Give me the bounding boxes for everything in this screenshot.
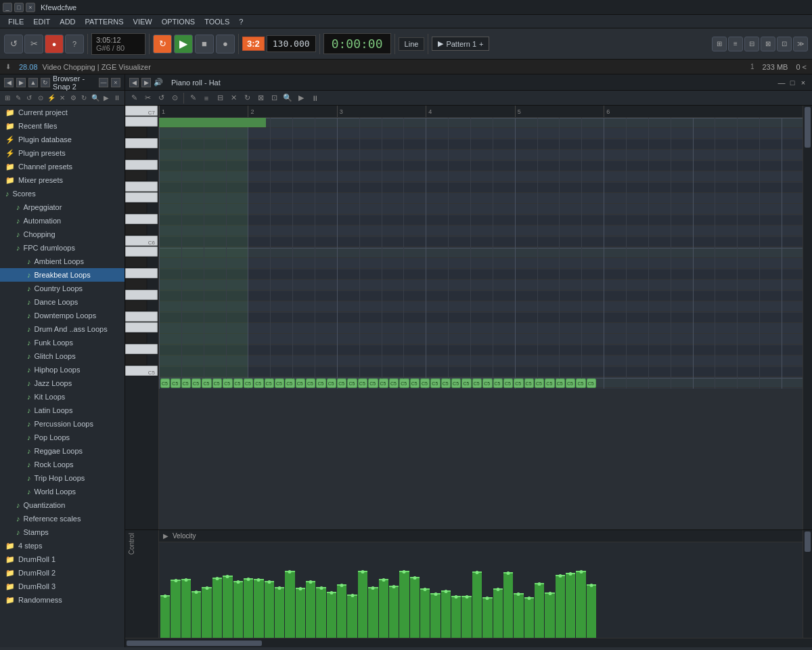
note-block-37[interactable]: C5 — [545, 378, 554, 388]
note-block-40[interactable]: C5 — [576, 378, 585, 388]
piano-roll-close-btn[interactable]: × — [798, 78, 808, 87]
tree-item-4-steps[interactable]: 📁 4 steps — [0, 539, 125, 552]
note-block-41[interactable]: C5 — [587, 378, 596, 388]
redo-button[interactable]: ✂ — [24, 35, 43, 53]
note-block-28[interactable]: C5 — [451, 378, 461, 388]
tree-item-glitch-loops[interactable]: ♪ Glitch Loops — [0, 349, 125, 363]
right-scrollbar[interactable] — [803, 106, 812, 529]
tree-item-current-project[interactable]: 📁 Current project — [0, 106, 125, 119]
pr-tool-9[interactable]: ↻ — [241, 92, 253, 104]
tree-item-funk-loops[interactable]: ♪ Funk Loops — [0, 336, 125, 349]
icon-btn-4[interactable]: ⊠ — [761, 37, 775, 51]
tree-item-mixer-presets[interactable]: 📁 Mixer presets — [0, 173, 125, 187]
note-block-11[interactable]: C5 — [275, 378, 284, 388]
browser-tool-2[interactable]: ✎ — [14, 93, 23, 104]
tree-item-reggae-loops[interactable]: ♪ Reggae Loops — [0, 444, 125, 458]
note-grid[interactable]: C5C5C5C5C5C5C5C5C5C5C5C5C5C5C5C5C5C5C5C5… — [159, 118, 803, 389]
browser-tool-4[interactable]: ⊙ — [36, 93, 45, 104]
tree-item-ambient-loops[interactable]: ♪ Ambient Loops — [0, 255, 125, 268]
tree-item-drumroll-3[interactable]: 📁 DrumRoll 3 — [0, 580, 125, 593]
tree-item-randomness[interactable]: 📁 Randomness — [0, 593, 125, 607]
pr-tool-12[interactable]: 🔍 — [281, 92, 294, 104]
line-mode[interactable]: Line — [399, 37, 425, 51]
tree-item-arpeggiator[interactable]: ♪ Arpeggiator — [0, 200, 125, 214]
tree-item-recent-files[interactable]: 📁 Recent files — [0, 119, 125, 133]
velocity-scrollbar[interactable] — [803, 530, 812, 638]
browser-tool-9[interactable]: 🔍 — [91, 93, 100, 104]
note-block-19[interactable]: C5 — [358, 378, 367, 388]
note-block-26[interactable]: C5 — [430, 378, 440, 388]
icon-btn-1[interactable]: ⊞ — [712, 37, 727, 51]
stop-button[interactable]: ■ — [195, 35, 214, 53]
tree-item-latin-loops[interactable]: ♪ Latin Loops — [0, 404, 125, 417]
note-block-38[interactable]: C5 — [556, 378, 565, 388]
help-button[interactable]: ? — [65, 35, 84, 53]
tree-item-world-loops[interactable]: ♪ World Loops — [0, 485, 125, 498]
note-block-21[interactable]: C5 — [379, 378, 388, 388]
tree-item-drumroll-2[interactable]: 📁 DrumRoll 2 — [0, 566, 125, 580]
note-block-30[interactable]: C5 — [472, 378, 482, 388]
browser-refresh-button[interactable]: ↻ — [41, 78, 50, 87]
note-block-8[interactable]: C5 — [244, 378, 253, 388]
note-block-13[interactable]: C5 — [296, 378, 305, 388]
tree-item-automation[interactable]: ♪ Automation — [0, 214, 125, 228]
note-block-12[interactable]: C5 — [285, 378, 294, 388]
tree-item-chopping[interactable]: ♪ Chopping — [0, 228, 125, 241]
note-block-3[interactable]: C5 — [191, 378, 201, 388]
menu-options[interactable]: OPTIONS — [158, 16, 200, 27]
piano-roll-forward[interactable]: ▶ — [141, 78, 151, 87]
piano-roll-maximize[interactable]: □ — [788, 78, 797, 87]
note-block-32[interactable]: C5 — [493, 378, 503, 388]
h-scrollbar-thumb[interactable] — [127, 641, 262, 646]
window-controls[interactable]: _ □ × — [3, 3, 35, 12]
note-block-2[interactable]: C5 — [181, 378, 191, 388]
tree-item-scores[interactable]: ♪ Scores — [0, 187, 125, 200]
pr-tool-3[interactable]: ↺ — [155, 92, 167, 104]
note-block-17[interactable]: C5 — [337, 378, 346, 388]
note-block-20[interactable]: C5 — [368, 378, 378, 388]
pattern-add-button[interactable]: + — [479, 40, 483, 48]
bpm-display[interactable]: 130.000 — [267, 35, 316, 52]
menu-tools[interactable]: TOOLS — [200, 16, 233, 27]
note-block-29[interactable]: C5 — [461, 378, 471, 388]
pr-tool-1[interactable]: ✎ — [128, 92, 140, 104]
pr-tool-8[interactable]: ✕ — [227, 92, 240, 104]
note-block-33[interactable]: C5 — [503, 378, 513, 388]
note-block-22[interactable]: C5 — [389, 378, 399, 388]
note-block-16[interactable]: C5 — [327, 378, 336, 388]
pr-tool-13[interactable]: ▶ — [295, 92, 307, 104]
note-block-34[interactable]: C5 — [514, 378, 523, 388]
tree-item-plugin-presets[interactable]: ⚡ Plugin presets — [0, 146, 125, 160]
icon-btn-3[interactable]: ⊟ — [744, 37, 759, 51]
note-block-6[interactable]: C5 — [223, 378, 232, 388]
note-block-5[interactable]: C5 — [212, 378, 222, 388]
browser-tool-3[interactable]: ↺ — [24, 93, 34, 104]
loop-button[interactable]: ↻ — [153, 35, 172, 53]
pr-tool-4[interactable]: ⊙ — [168, 92, 181, 104]
browser-tool-8[interactable]: ↻ — [79, 93, 89, 104]
tree-item-downtempo-loops[interactable]: ♪ Downtempo Loops — [0, 309, 125, 322]
note-block-9[interactable]: C5 — [254, 378, 263, 388]
tree-item-percussion-loops[interactable]: ♪ Percussion Loops — [0, 417, 125, 431]
tree-item-hiphop-loops[interactable]: ♪ Hiphop Loops — [0, 363, 125, 376]
browser-minimize-button[interactable]: — — [99, 78, 108, 87]
note-block-24[interactable]: C5 — [410, 378, 420, 388]
pr-tool-6[interactable]: ≡ — [200, 92, 212, 104]
browser-tool-7[interactable]: ⚙ — [68, 93, 78, 104]
browser-tool-11[interactable]: ⏸ — [112, 93, 122, 104]
pr-tool-10[interactable]: ⊠ — [254, 92, 267, 104]
note-block-15[interactable]: C5 — [316, 378, 325, 388]
undo-button[interactable]: ↺ — [4, 35, 23, 53]
v-scrollbar-thumb[interactable] — [805, 107, 811, 148]
maximize-button[interactable]: □ — [14, 3, 24, 12]
icon-btn-5[interactable]: ⊡ — [777, 37, 792, 51]
bottom-scrollbar[interactable] — [125, 638, 812, 647]
browser-up-button[interactable]: ▲ — [28, 78, 38, 87]
tree-item-breakbeat-loops[interactable]: ♪ Breakbeat Loops — [0, 268, 125, 282]
browser-tool-10[interactable]: ▶ — [102, 93, 111, 104]
piano-roll-back[interactable]: ◀ — [129, 78, 139, 87]
menu-edit[interactable]: EDIT — [29, 16, 54, 27]
note-block-10[interactable]: C5 — [265, 378, 274, 388]
note-block-25[interactable]: C5 — [420, 378, 430, 388]
note-block-23[interactable]: C5 — [399, 378, 409, 388]
